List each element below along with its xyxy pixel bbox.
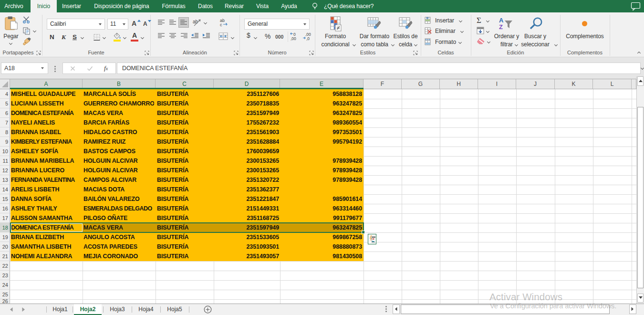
svg-text:A: A bbox=[499, 17, 504, 24]
svg-text:,0: ,0 bbox=[306, 36, 310, 41]
svg-text:c: c bbox=[220, 22, 222, 27]
svg-text:,00: ,00 bbox=[291, 36, 296, 41]
svg-text:Z: Z bbox=[499, 23, 503, 30]
svg-text:ab: ab bbox=[193, 19, 198, 24]
